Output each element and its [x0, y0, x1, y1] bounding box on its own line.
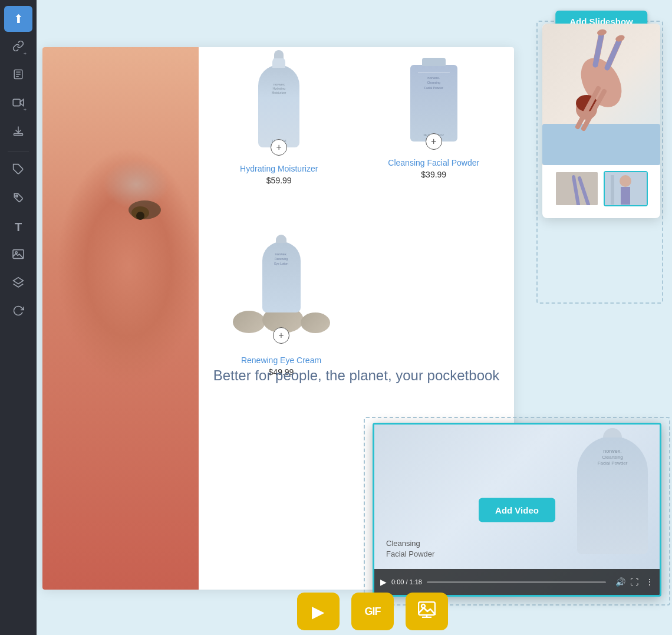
- video-panel: norwex.CleansingFacial Powder Cleansing …: [373, 423, 661, 597]
- sidebar-item-cursor[interactable]: ⬆: [4, 6, 32, 32]
- svg-rect-31: [419, 602, 435, 615]
- svg-rect-12: [542, 124, 660, 165]
- add-gif-toolbar-button[interactable]: GIF: [351, 593, 394, 630]
- stone-3: [301, 312, 330, 333]
- refresh-icon: [12, 305, 24, 320]
- sidebar-item-tag[interactable]: [4, 157, 32, 183]
- bottom-toolbar: ▶ GIF: [73, 588, 672, 635]
- canvas-area: norwexHydratingMoisturizer 1.69 FL OZ + …: [37, 0, 672, 635]
- svg-marker-5: [20, 99, 24, 106]
- hero-face-detail: [42, 47, 199, 590]
- slideshow-main-image: [542, 24, 660, 165]
- product-1-price: $59.99: [266, 176, 292, 185]
- sidebar-item-link[interactable]: +: [4, 34, 32, 60]
- play-toolbar-icon: ▶: [312, 602, 325, 621]
- bottle3-container: norwex.RenewingEye Lotion: [233, 242, 330, 333]
- tag-icon: [12, 163, 24, 178]
- slideshow-thumb-2[interactable]: [604, 171, 648, 206]
- slideshow-panel: Add Slideshow: [542, 24, 660, 218]
- add-product-1-button[interactable]: +: [271, 139, 287, 156]
- sidebar-item-image[interactable]: [4, 242, 32, 268]
- svg-point-23: [597, 29, 607, 37]
- svg-point-32: [421, 604, 425, 608]
- sidebar-item-price-tag[interactable]: [4, 186, 32, 212]
- page-icon: [13, 68, 24, 83]
- stone-1: [233, 311, 265, 333]
- svg-line-20: [607, 41, 619, 68]
- yoga-figure: [542, 24, 660, 165]
- gif-toolbar-icon: GIF: [365, 606, 381, 618]
- sidebar-divider-1: [8, 151, 29, 152]
- more-options-button[interactable]: ⋮: [645, 577, 654, 587]
- video-text-overlay: Cleansing Facial Powder: [386, 538, 434, 560]
- image-toolbar-icon: [418, 601, 436, 622]
- product-2-price: $39.99: [421, 170, 446, 179]
- bottle2-shape: norwex.CleansingFacial Powder NET WT 1.5…: [410, 65, 457, 142]
- bottle3-shape: norwex.RenewingEye Lotion: [262, 242, 301, 312]
- product-item: norwexHydratingMoisturizer 1.69 FL OZ + …: [210, 65, 348, 185]
- quote-text: Better for people, the planet, your pock…: [210, 366, 502, 386]
- svg-rect-6: [14, 133, 23, 135]
- slideshow-thumb-1[interactable]: [555, 171, 599, 206]
- thumb2-image: [605, 172, 647, 205]
- product-item: norwex.CleansingFacial Powder NET WT 1.5…: [365, 65, 503, 185]
- sidebar-item-video[interactable]: +: [4, 91, 32, 117]
- sidebar-item-text[interactable]: T: [4, 214, 32, 240]
- video-progress-bar[interactable]: [427, 581, 606, 583]
- product-1-name: Hydrating Moisturizer: [240, 164, 318, 173]
- add-product-2-button[interactable]: +: [426, 133, 442, 150]
- sidebar: ⬆ + +: [0, 0, 37, 635]
- download-icon: [13, 125, 24, 140]
- slideshow-thumbnails: [542, 165, 660, 212]
- add-image-toolbar-button[interactable]: [406, 593, 448, 630]
- video-icon: +: [12, 98, 24, 110]
- sidebar-item-download[interactable]: [4, 119, 32, 145]
- video-caption-line1: Cleansing: [386, 538, 434, 549]
- add-product-3-button[interactable]: +: [273, 327, 289, 344]
- svg-rect-28: [611, 175, 614, 205]
- svg-point-8: [16, 195, 18, 196]
- video-bottle: norwex.CleansingFacial Powder: [577, 436, 648, 554]
- video-time-display: 0:00 / 1:18: [391, 578, 422, 585]
- product-2-name: Cleansing Facial Powder: [388, 158, 479, 167]
- link-icon: +: [12, 40, 24, 54]
- sidebar-item-layers[interactable]: [4, 271, 32, 297]
- product-image-3: norwex.RenewingEye Lotion +: [233, 242, 330, 333]
- fullscreen-button[interactable]: ⛶: [630, 577, 638, 587]
- svg-rect-4: [13, 99, 20, 106]
- volume-button[interactable]: 🔊: [615, 577, 625, 587]
- bottle1-shape: norwexHydratingMoisturizer 1.69 FL OZ: [258, 65, 299, 147]
- video-caption-line2: Facial Powder: [386, 549, 434, 560]
- cursor-icon: ⬆: [14, 12, 24, 26]
- image-icon: [12, 249, 24, 262]
- svg-point-29: [620, 175, 631, 187]
- hero-image: [42, 47, 199, 590]
- price-tag-icon: [12, 192, 24, 206]
- products-section: norwexHydratingMoisturizer 1.69 FL OZ + …: [199, 47, 514, 221]
- sidebar-item-refresh[interactable]: [4, 299, 32, 325]
- svg-marker-11: [14, 277, 24, 284]
- quote-section: Better for people, the planet, your pock…: [199, 354, 514, 397]
- product-image-1: norwexHydratingMoisturizer 1.69 FL OZ +: [258, 65, 299, 147]
- svg-rect-30: [621, 187, 630, 205]
- add-video-toolbar-button[interactable]: ▶: [297, 593, 340, 630]
- product-image-2: norwex.CleansingFacial Powder NET WT 1.5…: [410, 65, 457, 142]
- add-video-button[interactable]: Add Video: [479, 498, 555, 522]
- thumb1-image: [556, 172, 598, 205]
- products-grid: norwexHydratingMoisturizer 1.69 FL OZ + …: [210, 65, 502, 185]
- layers-icon: [12, 277, 24, 291]
- text-icon: T: [15, 221, 22, 234]
- sidebar-item-page[interactable]: [4, 62, 32, 88]
- play-control-button[interactable]: ▶: [380, 577, 387, 587]
